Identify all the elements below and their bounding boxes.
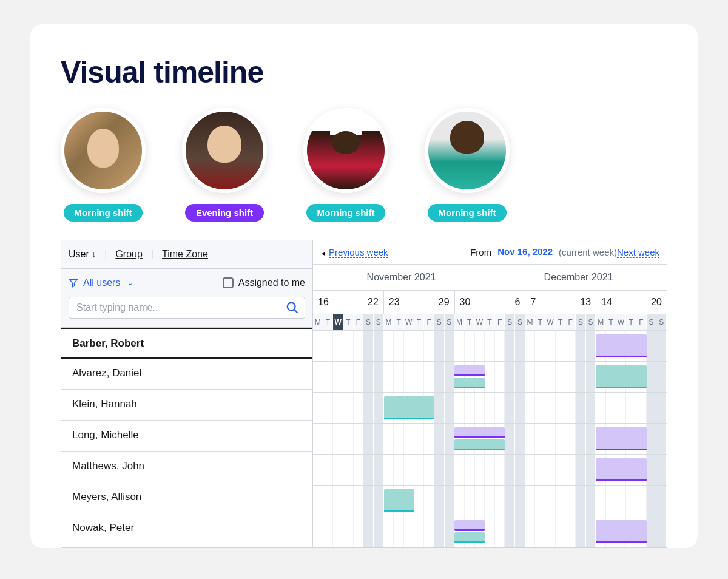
grid-cell[interactable] bbox=[565, 331, 576, 361]
grid-cell[interactable] bbox=[424, 486, 434, 516]
avatar[interactable] bbox=[61, 108, 146, 193]
grid-cell[interactable] bbox=[414, 331, 425, 361]
grid-cell[interactable] bbox=[565, 455, 576, 485]
grid-cell[interactable] bbox=[343, 362, 354, 392]
grid-cell[interactable] bbox=[394, 331, 404, 361]
grid-cell[interactable] bbox=[445, 331, 455, 361]
schedule-bar[interactable] bbox=[454, 378, 485, 388]
grid-cell[interactable] bbox=[424, 424, 434, 454]
grid-cell[interactable] bbox=[313, 424, 323, 454]
grid-cell[interactable] bbox=[576, 424, 586, 454]
grid-cell[interactable] bbox=[323, 455, 334, 485]
grid-cell[interactable] bbox=[363, 516, 374, 547]
grid-cell[interactable] bbox=[505, 362, 515, 392]
grid-cell[interactable] bbox=[525, 455, 536, 485]
grid-cell[interactable] bbox=[505, 331, 515, 361]
grid-cell[interactable] bbox=[394, 424, 404, 454]
grid-cell[interactable] bbox=[545, 393, 556, 423]
grid-cell[interactable] bbox=[354, 455, 364, 485]
grid-cell[interactable] bbox=[434, 393, 445, 423]
grid-cell[interactable] bbox=[414, 362, 425, 392]
schedule-bar[interactable] bbox=[596, 365, 646, 388]
grid-cell[interactable] bbox=[515, 393, 525, 423]
grid-cell[interactable] bbox=[606, 393, 616, 423]
grid-cell[interactable] bbox=[475, 393, 485, 423]
grid-cell[interactable] bbox=[363, 393, 374, 423]
grid-cell[interactable] bbox=[424, 455, 434, 485]
grid-cell[interactable] bbox=[556, 424, 566, 454]
grid-cell[interactable] bbox=[465, 393, 475, 423]
grid-cell[interactable] bbox=[414, 516, 425, 547]
grid-cell[interactable] bbox=[363, 455, 374, 485]
grid-cell[interactable] bbox=[333, 331, 343, 361]
grid-cell[interactable] bbox=[323, 424, 334, 454]
grid-cell[interactable] bbox=[515, 455, 525, 485]
grid-cell[interactable] bbox=[424, 362, 434, 392]
grid-cell[interactable] bbox=[485, 331, 495, 361]
grid-cell[interactable] bbox=[323, 516, 334, 547]
grid-cell[interactable] bbox=[495, 486, 505, 516]
grid-cell[interactable] bbox=[586, 455, 596, 485]
grid-cell[interactable] bbox=[576, 362, 586, 392]
grid-cell[interactable] bbox=[374, 331, 384, 361]
grid-cell[interactable] bbox=[343, 455, 354, 485]
grid-cell[interactable] bbox=[374, 424, 384, 454]
grid-cell[interactable] bbox=[586, 393, 596, 423]
grid-cell[interactable] bbox=[647, 424, 657, 454]
grid-cell[interactable] bbox=[525, 393, 536, 423]
grid-cell[interactable] bbox=[333, 424, 343, 454]
grid-cell[interactable] bbox=[505, 516, 515, 547]
grid-cell[interactable] bbox=[404, 362, 414, 392]
grid-cell[interactable] bbox=[414, 486, 425, 516]
grid-cell[interactable] bbox=[656, 455, 667, 485]
grid-cell[interactable] bbox=[323, 393, 334, 423]
grid-cell[interactable] bbox=[485, 516, 495, 547]
grid-cell[interactable] bbox=[354, 331, 364, 361]
grid-cell[interactable] bbox=[525, 424, 536, 454]
grid-cell[interactable] bbox=[343, 393, 354, 423]
grid-cell[interactable] bbox=[313, 486, 323, 516]
user-row[interactable]: Meyers, Allison bbox=[61, 482, 312, 513]
schedule-bar[interactable] bbox=[384, 396, 434, 419]
grid-cell[interactable] bbox=[535, 424, 545, 454]
grid-cell[interactable] bbox=[445, 455, 455, 485]
prev-week-link[interactable]: ◄ Previous week bbox=[320, 247, 388, 257]
grid-cell[interactable] bbox=[475, 331, 485, 361]
grid-cell[interactable] bbox=[576, 516, 586, 547]
grid-cell[interactable] bbox=[515, 424, 525, 454]
grid-cell[interactable] bbox=[647, 486, 657, 516]
grid-cell[interactable] bbox=[313, 455, 323, 485]
schedule-bar[interactable] bbox=[596, 334, 646, 357]
grid-cell[interactable] bbox=[515, 486, 525, 516]
grid-cell[interactable] bbox=[616, 393, 627, 423]
grid-cell[interactable] bbox=[525, 362, 536, 392]
grid-cell[interactable] bbox=[586, 516, 596, 547]
grid-cell[interactable] bbox=[495, 331, 505, 361]
grid-cell[interactable] bbox=[636, 393, 647, 423]
schedule-bar[interactable] bbox=[454, 365, 485, 376]
grid-cell[interactable] bbox=[434, 455, 445, 485]
grid-cell[interactable] bbox=[384, 362, 394, 392]
grid-cell[interactable] bbox=[565, 424, 576, 454]
grid-cell[interactable] bbox=[576, 331, 586, 361]
avatar[interactable] bbox=[303, 108, 388, 193]
grid-cell[interactable] bbox=[445, 486, 455, 516]
grid-cell[interactable] bbox=[515, 362, 525, 392]
grid-cell[interactable] bbox=[475, 455, 485, 485]
grid-cell[interactable] bbox=[465, 331, 475, 361]
grid-cell[interactable] bbox=[485, 362, 495, 392]
grid-cell[interactable] bbox=[656, 393, 667, 423]
grid-cell[interactable] bbox=[414, 424, 425, 454]
avatar[interactable] bbox=[182, 108, 267, 193]
grid-cell[interactable] bbox=[384, 516, 394, 547]
grid-cell[interactable] bbox=[565, 393, 576, 423]
grid-cell[interactable] bbox=[647, 516, 657, 547]
grid-cell[interactable] bbox=[596, 486, 606, 516]
grid-cell[interactable] bbox=[535, 516, 545, 547]
grid-cell[interactable] bbox=[485, 393, 495, 423]
schedule-bar[interactable] bbox=[454, 439, 505, 450]
grid-cell[interactable] bbox=[545, 486, 556, 516]
grid-cell[interactable] bbox=[545, 331, 556, 361]
grid-cell[interactable] bbox=[636, 486, 647, 516]
grid-cell[interactable] bbox=[333, 393, 343, 423]
